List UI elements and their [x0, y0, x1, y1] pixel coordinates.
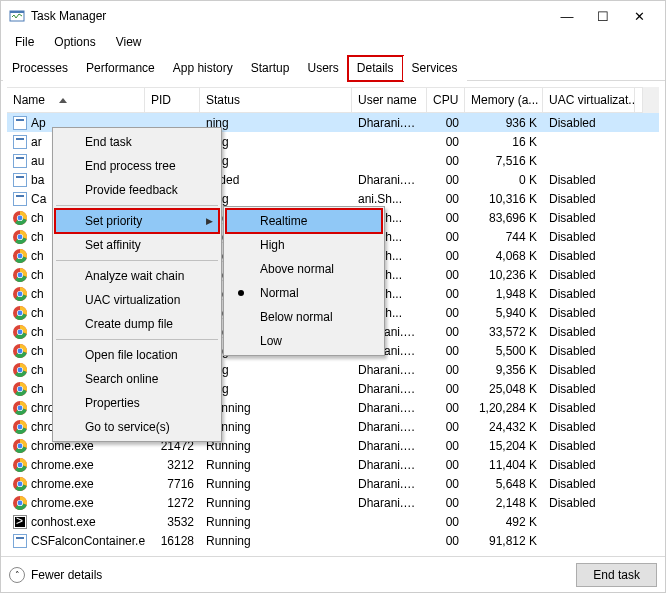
- table-row[interactable]: chrome.exe3212RunningDharani.Sh...0011,4…: [7, 455, 659, 474]
- ctx-set-priority[interactable]: Set priority: [55, 209, 219, 233]
- col-pid[interactable]: PID: [145, 88, 200, 112]
- tab-startup[interactable]: Startup: [242, 56, 299, 81]
- col-name[interactable]: Name: [7, 88, 145, 112]
- process-icon: [13, 230, 27, 244]
- ctx-set-affinity[interactable]: Set affinity: [55, 233, 219, 257]
- svg-rect-63: [16, 537, 24, 539]
- ctx-open-loc[interactable]: Open file location: [55, 343, 219, 367]
- process-name: Ca: [31, 192, 46, 206]
- process-memory: 24,432 K: [465, 420, 543, 434]
- priority-low[interactable]: Low: [226, 329, 382, 353]
- maximize-button[interactable]: ☐: [585, 1, 621, 31]
- table-row[interactable]: CSFalconContainer.e16128Running0091,812 …: [7, 531, 659, 550]
- close-button[interactable]: ✕: [621, 1, 657, 31]
- ctx-properties[interactable]: Properties: [55, 391, 219, 415]
- process-name: chrome.exe: [31, 477, 94, 491]
- process-memory: 16 K: [465, 135, 543, 149]
- ctx-goto-services[interactable]: Go to service(s): [55, 415, 219, 439]
- ctx-uac[interactable]: UAC virtualization: [55, 288, 219, 312]
- process-status: ning: [200, 382, 352, 396]
- process-name: ar: [31, 135, 42, 149]
- process-uac: Disabled: [543, 211, 635, 225]
- process-memory: 11,404 K: [465, 458, 543, 472]
- ctx-search[interactable]: Search online: [55, 367, 219, 391]
- process-uac: Disabled: [543, 306, 635, 320]
- process-status: Running: [200, 534, 352, 548]
- tab-processes[interactable]: Processes: [3, 56, 77, 81]
- separator: [56, 205, 218, 206]
- process-memory: 492 K: [465, 515, 543, 529]
- tab-app-history[interactable]: App history: [164, 56, 242, 81]
- ctx-end-tree[interactable]: End process tree: [55, 154, 219, 178]
- process-icon: [13, 363, 27, 377]
- process-name: ch: [31, 211, 44, 225]
- window-title: Task Manager: [31, 9, 549, 23]
- ctx-end-task[interactable]: End task: [55, 130, 219, 154]
- process-memory: 33,572 K: [465, 325, 543, 339]
- menu-file[interactable]: File: [5, 33, 44, 51]
- process-cpu: 00: [427, 211, 465, 225]
- process-icon: [13, 306, 27, 320]
- priority-high[interactable]: High: [226, 233, 382, 257]
- process-icon: >_: [13, 515, 27, 529]
- priority-normal[interactable]: Normal: [226, 281, 382, 305]
- tab-services[interactable]: Services: [403, 56, 467, 81]
- priority-below-normal[interactable]: Below normal: [226, 305, 382, 329]
- process-cpu: 00: [427, 515, 465, 529]
- priority-realtime[interactable]: Realtime: [226, 209, 382, 233]
- process-cpu: 00: [427, 496, 465, 510]
- process-memory: 4,068 K: [465, 249, 543, 263]
- fewer-details-link[interactable]: ˄ Fewer details: [9, 567, 102, 583]
- table-row[interactable]: >_conhost.exe3532Running00492 K: [7, 512, 659, 531]
- svg-rect-1: [10, 11, 24, 13]
- table-row[interactable]: chrome.exe7716RunningDharani.Sh...005,64…: [7, 474, 659, 493]
- process-icon: [13, 344, 27, 358]
- task-manager-icon: [9, 8, 25, 24]
- process-uac: Disabled: [543, 458, 635, 472]
- process-name: Ap: [31, 116, 46, 130]
- process-user: Dharani.Sh...: [352, 116, 427, 130]
- process-memory: 1,948 K: [465, 287, 543, 301]
- col-mem[interactable]: Memory (a...: [465, 88, 543, 112]
- ctx-feedback[interactable]: Provide feedback: [55, 178, 219, 202]
- process-cpu: 00: [427, 268, 465, 282]
- process-status: ning: [200, 154, 352, 168]
- chevron-up-icon: ˄: [9, 567, 25, 583]
- col-user[interactable]: User name: [352, 88, 427, 112]
- process-icon: [13, 439, 27, 453]
- end-task-button[interactable]: End task: [576, 563, 657, 587]
- tab-performance[interactable]: Performance: [77, 56, 164, 81]
- process-uac: Disabled: [543, 249, 635, 263]
- process-icon: [13, 420, 27, 434]
- svg-point-35: [18, 348, 23, 353]
- context-menu: End task End process tree Provide feedba…: [52, 127, 222, 442]
- minimize-button[interactable]: —: [549, 1, 585, 31]
- col-uac[interactable]: UAC virtualizat...: [543, 88, 635, 112]
- ctx-dump[interactable]: Create dump file: [55, 312, 219, 336]
- process-memory: 5,500 K: [465, 344, 543, 358]
- process-uac: Disabled: [543, 268, 635, 282]
- process-memory: 10,236 K: [465, 268, 543, 282]
- menu-options[interactable]: Options: [44, 33, 105, 51]
- col-status[interactable]: Status: [200, 88, 352, 112]
- bullet-icon: [238, 290, 244, 296]
- col-cpu[interactable]: CPU: [427, 88, 465, 112]
- svg-point-32: [18, 329, 23, 334]
- separator: [56, 260, 218, 261]
- process-user: ani.Sh...: [352, 192, 427, 206]
- table-row[interactable]: chrome.exe1272RunningDharani.Sh...002,14…: [7, 493, 659, 512]
- priority-above-normal[interactable]: Above normal: [226, 257, 382, 281]
- menu-view[interactable]: View: [106, 33, 152, 51]
- process-cpu: 00: [427, 230, 465, 244]
- process-user: Dharani.Sh...: [352, 173, 427, 187]
- tab-users[interactable]: Users: [298, 56, 347, 81]
- svg-point-56: [18, 481, 23, 486]
- process-cpu: 00: [427, 135, 465, 149]
- tab-details[interactable]: Details: [348, 56, 403, 81]
- svg-point-59: [18, 500, 23, 505]
- ctx-analyze[interactable]: Analyze wait chain: [55, 264, 219, 288]
- svg-point-26: [18, 291, 23, 296]
- process-user: Dharani.Sh...: [352, 420, 427, 434]
- svg-rect-7: [16, 157, 24, 159]
- process-pid: 16128: [145, 534, 200, 548]
